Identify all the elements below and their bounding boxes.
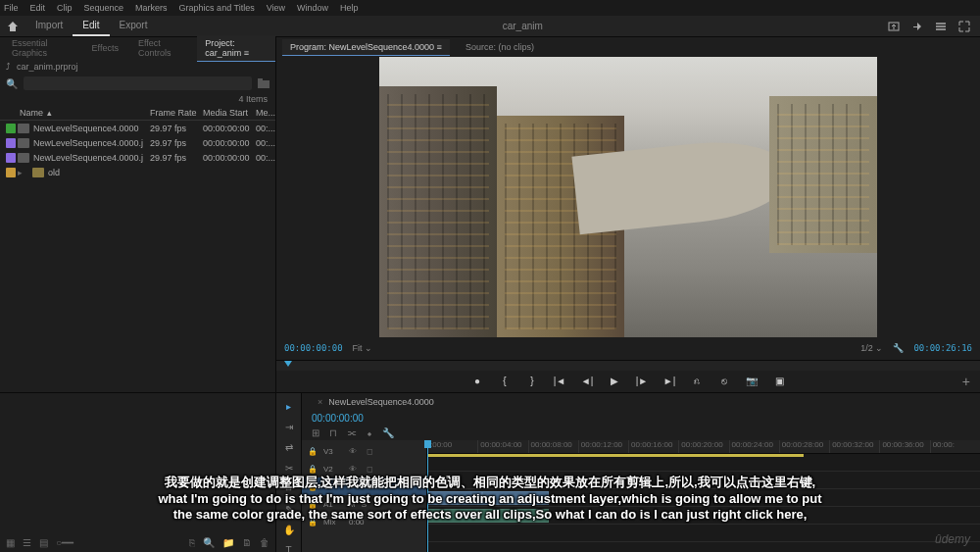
track-select-tool-icon[interactable]: ⇥ xyxy=(281,422,297,432)
home-icon[interactable] xyxy=(0,21,25,32)
track-v3[interactable]: 🔒V3👁◻ xyxy=(302,442,426,460)
new-bin-icon[interactable] xyxy=(258,78,270,88)
zoom-slider[interactable]: ○━━ xyxy=(56,537,74,548)
program-scrubber[interactable] xyxy=(276,360,980,371)
timeline-close-icon[interactable]: × xyxy=(318,397,322,407)
sort-asc-icon[interactable]: ▴ xyxy=(47,108,52,118)
step-back-icon[interactable]: ◄| xyxy=(580,375,594,388)
track-v1[interactable]: 🔒V1👁fx xyxy=(302,477,426,495)
hand-tool-icon[interactable]: ✋ xyxy=(281,525,297,535)
quick-export-icon[interactable] xyxy=(888,21,900,32)
lane-v2[interactable] xyxy=(427,472,980,489)
tab-program-monitor[interactable]: Program: NewLevelSequence4.0000 ≡ xyxy=(282,39,450,56)
project-item[interactable]: NewLevelSequence4.0000.j 29.97 fps 00:00… xyxy=(0,150,275,165)
nest-icon[interactable]: ⊞ xyxy=(312,427,319,438)
lock-icon[interactable]: 🔒 xyxy=(308,482,318,491)
lock-icon[interactable]: 🔒 xyxy=(308,447,318,456)
lock-icon[interactable]: 🔒 xyxy=(308,518,318,527)
export-frame-icon[interactable]: 📷 xyxy=(745,375,759,388)
share-icon[interactable] xyxy=(911,21,923,32)
project-folder[interactable]: ▸ old xyxy=(0,165,275,179)
settings-wrench-icon[interactable]: 🔧 xyxy=(382,427,394,438)
col-mediaend[interactable]: Me... xyxy=(256,108,275,118)
menu-window[interactable]: Window xyxy=(297,3,328,13)
track-a1[interactable]: 🔒A1M S xyxy=(302,495,426,513)
solo-icon[interactable]: S xyxy=(362,500,367,509)
settings-icon[interactable]: 🔧 xyxy=(893,343,904,353)
slip-tool-icon[interactable]: ↔ xyxy=(281,483,297,494)
menu-clip[interactable]: Clip xyxy=(57,3,73,13)
list-view-icon[interactable]: ☰ xyxy=(23,537,31,548)
timeline-timecode[interactable]: 00:00:00:00 xyxy=(312,413,364,424)
mute-icon[interactable]: ◻ xyxy=(367,447,378,456)
tab-edit[interactable]: Edit xyxy=(73,16,109,36)
track-mix[interactable]: 🔒Mix0:00 xyxy=(302,513,426,530)
program-viewer[interactable] xyxy=(276,57,980,337)
lane-mix[interactable] xyxy=(427,525,980,542)
new-bin-icon[interactable]: 📁 xyxy=(222,537,234,548)
tab-import[interactable]: Import xyxy=(25,16,73,36)
menu-help[interactable]: Help xyxy=(340,3,359,13)
project-search-input[interactable] xyxy=(24,76,252,90)
lane-v1[interactable] xyxy=(427,489,980,507)
lift-icon[interactable]: ⎌ xyxy=(690,375,704,388)
pen-tool-icon[interactable]: ✎ xyxy=(281,504,297,515)
mute-icon[interactable]: ◻ xyxy=(367,465,378,474)
mark-out-icon[interactable]: } xyxy=(525,375,539,388)
trash-icon[interactable]: 🗑 xyxy=(260,537,270,548)
menu-file[interactable]: File xyxy=(4,3,19,13)
maximize-icon[interactable] xyxy=(958,21,970,32)
menu-graphics[interactable]: Graphics and Titles xyxy=(179,3,255,13)
lock-icon[interactable]: 🔒 xyxy=(308,465,318,474)
panel-menu-icon[interactable]: ≡ xyxy=(244,48,249,58)
track-v2[interactable]: 🔒V2👁◻ xyxy=(302,460,426,477)
auto-sequence-icon[interactable]: ⎘ xyxy=(189,537,195,548)
project-item[interactable]: NewLevelSequence4.0000.j 29.97 fps 00:00… xyxy=(0,135,275,150)
comparison-view-icon[interactable]: ▣ xyxy=(772,375,786,388)
mark-in-icon[interactable]: { xyxy=(498,375,512,388)
video-clip[interactable] xyxy=(482,491,549,505)
bin-back-icon[interactable]: ⤴ xyxy=(6,62,11,72)
project-item[interactable]: NewLevelSequence4.0000 29.97 fps 00:00:0… xyxy=(0,121,275,135)
type-tool-icon[interactable]: T xyxy=(281,545,297,552)
go-to-in-icon[interactable]: |◄ xyxy=(553,375,566,388)
tab-effects[interactable]: Effects xyxy=(84,40,126,56)
tab-export[interactable]: Export xyxy=(110,16,158,36)
icon-view-icon[interactable]: ▤ xyxy=(39,537,48,548)
razor-tool-icon[interactable]: ✂ xyxy=(281,463,297,474)
tab-project[interactable]: Project: car_anim ≡ xyxy=(197,35,275,62)
time-ruler[interactable]: :00:00 00:00:04:00 00:00:08:00 00:00:12:… xyxy=(427,440,980,454)
menu-markers[interactable]: Markers xyxy=(135,3,168,13)
timeline-tracks[interactable]: :00:00 00:00:04:00 00:00:08:00 00:00:12:… xyxy=(427,440,980,552)
menu-view[interactable]: View xyxy=(267,3,285,13)
selection-tool-icon[interactable]: ▸ xyxy=(281,401,297,412)
lock-icon[interactable]: 🔒 xyxy=(308,500,318,509)
new-item-icon[interactable]: 🗎 xyxy=(242,537,252,548)
extract-icon[interactable]: ⎋ xyxy=(717,375,731,388)
mute-icon[interactable]: fx xyxy=(367,482,378,491)
lane-a1[interactable] xyxy=(427,507,980,525)
expand-icon[interactable]: ▸ xyxy=(18,168,23,177)
col-mediastart[interactable]: Media Start xyxy=(203,108,256,118)
marker-icon[interactable]: ⬥ xyxy=(367,427,372,438)
button-editor-icon[interactable]: + xyxy=(962,374,970,389)
playhead[interactable] xyxy=(427,440,428,552)
current-timecode[interactable]: 00:00:00:00 xyxy=(284,343,343,353)
snap-icon[interactable]: ⊓ xyxy=(329,427,337,438)
playhead-marker[interactable] xyxy=(284,361,292,367)
col-name-label[interactable]: Name xyxy=(20,108,43,118)
eye-icon[interactable]: 👁 xyxy=(349,447,361,456)
resolution-dropdown[interactable]: 1/2 ⌄ xyxy=(860,343,883,353)
eye-icon[interactable]: 👁 xyxy=(349,482,361,491)
find-icon[interactable]: 🔍 xyxy=(203,537,215,548)
go-to-out-icon[interactable]: ►| xyxy=(662,375,676,388)
menu-edit[interactable]: Edit xyxy=(30,3,46,13)
col-framerate[interactable]: Frame Rate xyxy=(150,108,203,118)
play-icon[interactable]: ▶ xyxy=(608,375,621,388)
ripple-tool-icon[interactable]: ⇄ xyxy=(281,442,297,453)
sequence-name[interactable]: NewLevelSequence4.0000 xyxy=(328,397,434,407)
workspace-menu-icon[interactable] xyxy=(935,21,947,32)
freeform-view-icon[interactable]: ▦ xyxy=(6,537,15,548)
tab-source-monitor[interactable]: Source: (no clips) xyxy=(458,39,542,55)
tab-effect-controls[interactable]: Effect Controls xyxy=(130,35,193,61)
